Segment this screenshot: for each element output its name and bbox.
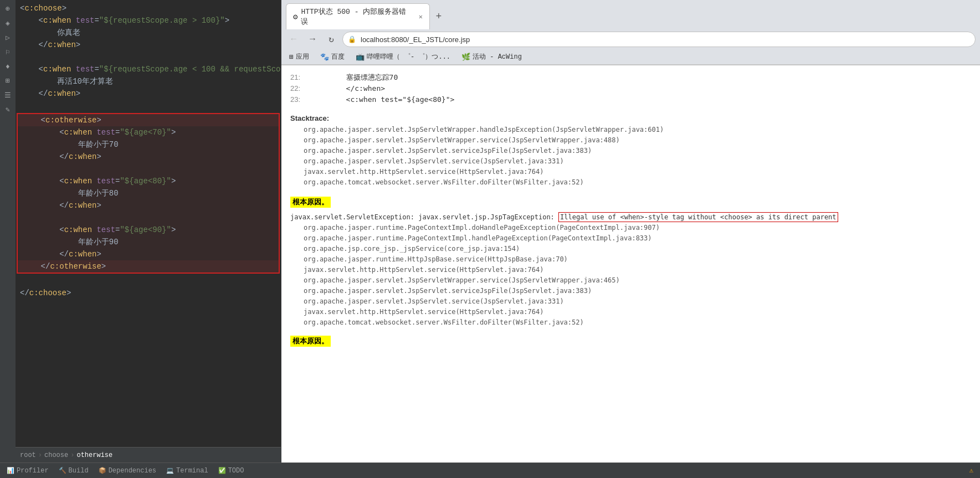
sidebar-icon-3[interactable]: ▷ — [1, 31, 14, 44]
build-button[interactable]: 🔨 Build — [54, 466, 93, 476]
code-line: 年龄小于80 — [18, 187, 279, 199]
browser-tab-active[interactable]: ⚙ HTTP状态 500 - 内部服务器错误 ✕ — [286, 3, 430, 29]
profiler-icon: 📊 — [7, 467, 14, 474]
browser-chrome: ⚙ HTTP状态 500 - 内部服务器错误 ✕ + ← → ↻ 🔒 ⊞ — [281, 0, 980, 65]
error-page-content: 21: 塞摄缥懑忘踪70 22: </c:when> 23: <c:when t… — [281, 65, 980, 462]
sidebar-icons: ⊕ ◈ ▷ ⚐ ♦ ⊞ ☰ ✎ — [0, 0, 16, 462]
sidebar-icon-1[interactable]: ⊕ — [1, 2, 14, 16]
stacktrace-item: javax.servlet.http.HttpServlet.service(H… — [290, 167, 971, 177]
bookmark-acwing-label: 活动 - AcWing — [473, 52, 522, 61]
terminal-icon: 💻 — [166, 467, 174, 474]
todo-icon: ✅ — [218, 467, 226, 474]
stacktrace-item: org.apache.jasper.servlet.JspServlet.ser… — [290, 156, 971, 167]
dependencies-label: Dependencies — [109, 467, 156, 475]
code-line: <c:otherwise> — [18, 114, 279, 126]
bilibili-icon: 📺 — [356, 53, 365, 61]
stacktrace-item: org.apache.jasper.servlet.JspServlet.ser… — [290, 296, 971, 307]
bookmark-apps-label: 应用 — [296, 52, 309, 61]
tab-icon: ⚙ — [293, 12, 297, 22]
code-line: </c:when> — [18, 248, 279, 260]
browser-panel: ⚙ HTTP状态 500 - 内部服务器错误 ✕ + ← → ↻ 🔒 ⊞ — [281, 0, 980, 462]
sidebar-icon-5[interactable]: ♦ — [1, 60, 14, 73]
acwing-icon: 🌿 — [461, 53, 470, 61]
terminal-button[interactable]: 💻 Terminal — [162, 466, 213, 476]
stacktrace-item: org.apache.jasper.servlet.JspServletWrap… — [290, 135, 971, 146]
code-line: 再活10年才算老 — [16, 75, 281, 88]
stacktrace-item: javax.servlet.http.HttpServlet.service(H… — [290, 307, 971, 317]
tab-title: HTTP状态 500 - 内部服务器错误 — [301, 7, 413, 27]
code-line: <c:when test="${age<80}"> — [18, 175, 279, 187]
sidebar-icon-6[interactable]: ⊞ — [1, 74, 14, 88]
new-tab-button[interactable]: + — [431, 9, 447, 24]
stacktrace-item: org.apache.jasper.runtime.PageContextImp… — [290, 233, 971, 244]
breadcrumb-choose[interactable]: choose — [44, 449, 68, 461]
exception-highlight: Illegal use of <when>-style tag without … — [558, 212, 838, 222]
stacktrace-item: org.apache.jasper.servlet.JspServlet.ser… — [290, 286, 971, 296]
tab-close-button[interactable]: ✕ — [419, 13, 423, 21]
code-line — [18, 163, 279, 175]
sidebar-icon-8[interactable]: ✎ — [1, 103, 14, 116]
breadcrumb-sep2: › — [70, 449, 74, 461]
error-line-21: 21: 塞摄缥懑忘踪70 — [290, 72, 971, 83]
bookmark-acwing[interactable]: 🌿 活动 - AcWing — [458, 51, 525, 63]
stacktrace-item: org.apache.tomcat.websocket.server.WsFil… — [290, 317, 971, 328]
apps-icon: ⊞ — [289, 53, 294, 61]
stacktrace-item: org.apache.jasper.servlet.JspServletWrap… — [290, 125, 971, 135]
stacktrace-item: org.apache.jasper.servlet.JspServletWrap… — [290, 275, 971, 286]
code-line — [16, 51, 281, 63]
code-line: </c:otherwise> — [18, 260, 279, 273]
dependencies-button[interactable]: 📦 Dependencies — [94, 466, 161, 476]
root-cause-label: 根本原因。 — [290, 192, 971, 210]
code-line: <c:when test="${age<90}"> — [18, 224, 279, 236]
bookmark-bilibili-label: 哔哩哔哩（ ゜- ゜）つ... — [367, 52, 450, 61]
todo-button[interactable]: ✅ TODO — [214, 466, 249, 476]
lock-icon: 🔒 — [348, 35, 356, 44]
code-line: </c:when> — [18, 199, 279, 212]
bookmark-bilibili[interactable]: 📺 哔哩哔哩（ ゜- ゜）つ... — [352, 51, 454, 63]
root-cause-label2: 根本原因。 — [290, 331, 971, 349]
bottom-toolbar: 📊 Profiler 🔨 Build 📦 Dependencies 💻 Term… — [0, 462, 980, 478]
breadcrumb-sep1: › — [38, 449, 42, 461]
code-line: </c:when> — [16, 39, 281, 51]
code-content: <c:choose> <c:when test="${requestScope.… — [16, 0, 281, 447]
code-line: </c:when> — [16, 88, 281, 100]
sidebar-icon-7[interactable]: ☰ — [1, 89, 14, 102]
terminal-label: Terminal — [176, 467, 208, 475]
stacktrace-label: Stacktrace: — [290, 114, 971, 122]
code-line — [18, 212, 279, 224]
dependencies-icon: 📦 — [99, 467, 106, 474]
exception-prefix: javax.servlet.ServletException: javax.se… — [290, 213, 558, 221]
back-button[interactable]: ← — [286, 32, 301, 47]
address-input[interactable] — [342, 32, 976, 47]
bookmark-apps[interactable]: ⊞ 应用 — [286, 51, 312, 63]
code-line: <c:when test="${age<70}"> — [18, 126, 279, 138]
exception-text: javax.servlet.ServletException: javax.se… — [290, 212, 971, 223]
sidebar-icon-2[interactable]: ◈ — [1, 17, 14, 30]
profiler-button[interactable]: 📊 Profiler — [2, 466, 53, 476]
baidu-icon: 🐾 — [320, 53, 329, 61]
sidebar-icon-4[interactable]: ⚐ — [1, 45, 14, 59]
code-line: 年龄小于90 — [18, 236, 279, 248]
stacktrace-item: org.apache.jasper.servlet.JspServlet.ser… — [290, 146, 971, 156]
breadcrumb-root[interactable]: root — [20, 449, 36, 461]
code-line: </c:when> — [18, 151, 279, 163]
stacktrace-item: org.apache.tomcat.websocket.server.WsFil… — [290, 177, 971, 188]
code-line: <c:when test="${requestScope.age < 100 &… — [16, 63, 281, 75]
refresh-button[interactable]: ↻ — [324, 32, 339, 47]
warning-icon: ⚠ — [969, 466, 973, 475]
code-line: </c:choose> — [16, 287, 281, 299]
code-line — [16, 100, 281, 112]
address-bar-row: ← → ↻ 🔒 — [281, 29, 980, 49]
todo-label: TODO — [228, 467, 244, 475]
profiler-label: Profiler — [17, 467, 49, 475]
forward-button[interactable]: → — [305, 32, 320, 47]
warning-indicator[interactable]: ⚠ — [965, 465, 978, 476]
code-editor: <c:choose> <c:when test="${requestScope.… — [16, 0, 281, 462]
bookmark-baidu[interactable]: 🐾 百度 — [317, 51, 348, 63]
code-line: 你真老 — [16, 27, 281, 39]
bookmarks-bar: ⊞ 应用 🐾 百度 📺 哔哩哔哩（ ゜- ゜）つ... 🌿 活动 - AcWin… — [281, 49, 980, 65]
code-line: 年龄小于70 — [18, 138, 279, 151]
stacktrace-item: org.apache.jsp.core_jsp._jspService(core… — [290, 244, 971, 254]
breadcrumb-otherwise[interactable]: otherwise — [76, 449, 112, 461]
code-line: <c:when test="${requestScope.age > 100}"… — [16, 14, 281, 27]
